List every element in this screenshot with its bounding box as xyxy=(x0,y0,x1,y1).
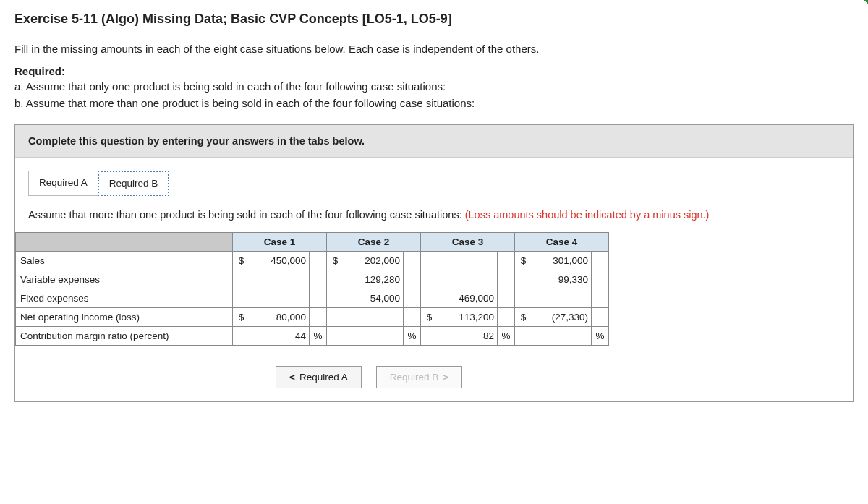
input-varexp-c3[interactable] xyxy=(438,270,498,289)
row-label-sales: Sales xyxy=(16,252,233,270)
input-sales-c2[interactable]: 202,000 xyxy=(344,252,404,270)
percent-symbol: % xyxy=(404,327,421,346)
currency-symbol xyxy=(421,289,438,308)
row-label-cmr: Contribution margin ratio (percent) xyxy=(16,327,233,346)
currency-symbol xyxy=(327,308,344,327)
unit-blank xyxy=(404,289,421,308)
unit-blank xyxy=(592,252,609,270)
unit-blank xyxy=(592,308,609,327)
unit-blank xyxy=(404,308,421,327)
unit-blank xyxy=(498,289,515,308)
required-a-text: a. Assume that only one product is being… xyxy=(14,79,854,95)
percent-symbol: % xyxy=(498,327,515,346)
input-cmr-c4[interactable] xyxy=(532,327,592,346)
input-varexp-c4[interactable]: 99,330 xyxy=(532,270,592,289)
table-row: Fixed expenses 54,000 469,000 xyxy=(16,289,609,308)
assume-text-main: Assume that more than one product is bei… xyxy=(28,209,465,221)
next-required-b-button[interactable]: Required B > xyxy=(376,366,462,388)
currency-symbol xyxy=(515,270,532,289)
unit-blank xyxy=(310,308,327,327)
currency-symbol xyxy=(421,252,438,270)
currency-symbol: $ xyxy=(421,308,438,327)
required-b-text: b. Assume that more than one product is … xyxy=(14,95,854,112)
chevron-right-icon: > xyxy=(443,372,448,383)
input-cmr-c1[interactable]: 44 xyxy=(250,327,310,346)
unit-blank xyxy=(404,252,421,270)
currency-symbol xyxy=(327,289,344,308)
unit-blank xyxy=(498,308,515,327)
unit-blank xyxy=(592,270,609,289)
input-noi-c3[interactable]: 113,200 xyxy=(438,308,498,327)
unit-blank xyxy=(404,270,421,289)
currency-symbol xyxy=(421,270,438,289)
input-cmr-c3[interactable]: 82 xyxy=(438,327,498,346)
input-noi-c4[interactable]: (27,330) xyxy=(532,308,592,327)
currency-symbol xyxy=(421,327,438,346)
table-row: Contribution margin ratio (percent) 44 %… xyxy=(16,327,609,346)
row-label-varexp: Variable expenses xyxy=(16,270,233,289)
percent-symbol: % xyxy=(310,327,327,346)
percent-symbol: % xyxy=(592,327,609,346)
currency-symbol xyxy=(233,289,250,308)
data-table: Case 1 Case 2 Case 3 Case 4 Sales $ 450,… xyxy=(15,232,609,346)
prev-label: Required A xyxy=(299,372,348,383)
data-table-wrap: Case 1 Case 2 Case 3 Case 4 Sales $ 450,… xyxy=(15,232,853,356)
unit-blank xyxy=(310,270,327,289)
input-varexp-c2[interactable]: 129,280 xyxy=(344,270,404,289)
table-row: Variable expenses 129,280 99,330 xyxy=(16,270,609,289)
input-fixed-c2[interactable]: 54,000 xyxy=(344,289,404,308)
currency-symbol xyxy=(515,327,532,346)
currency-symbol: $ xyxy=(515,252,532,270)
row-label-fixed: Fixed expenses xyxy=(16,289,233,308)
input-cmr-c2[interactable] xyxy=(344,327,404,346)
input-sales-c1[interactable]: 450,000 xyxy=(250,252,310,270)
row-label-noi: Net operating income (loss) xyxy=(16,308,233,327)
input-noi-c2[interactable] xyxy=(344,308,404,327)
input-sales-c4[interactable]: 301,000 xyxy=(532,252,592,270)
header-blank xyxy=(16,233,233,252)
currency-symbol: $ xyxy=(327,252,344,270)
currency-symbol xyxy=(233,327,250,346)
unit-blank xyxy=(310,289,327,308)
chevron-left-icon: < xyxy=(289,372,295,383)
loss-note: (Loss amounts should be indicated by a m… xyxy=(465,209,710,221)
input-fixed-c1[interactable] xyxy=(250,289,310,308)
tab-required-a[interactable]: Required A xyxy=(28,171,98,196)
table-row: Sales $ 450,000 $ 202,000 $ 301,000 xyxy=(16,252,609,270)
required-heading: Required: xyxy=(14,65,854,77)
currency-symbol xyxy=(327,270,344,289)
unit-blank xyxy=(498,270,515,289)
nav-row: < Required A Required B > xyxy=(276,356,853,401)
instruction-bar: Complete this question by entering your … xyxy=(15,125,853,158)
tabs-row: Required A Required B xyxy=(15,158,853,196)
currency-symbol: $ xyxy=(233,252,250,270)
unit-blank xyxy=(310,252,327,270)
table-row: Net operating income (loss) $ 80,000 $ 1… xyxy=(16,308,609,327)
header-case-2: Case 2 xyxy=(327,233,421,252)
header-case-4: Case 4 xyxy=(515,233,609,252)
assume-text: Assume that more than one product is bei… xyxy=(15,196,853,232)
currency-symbol: $ xyxy=(233,308,250,327)
next-label: Required B xyxy=(390,372,439,383)
currency-symbol xyxy=(515,289,532,308)
input-fixed-c3[interactable]: 469,000 xyxy=(438,289,498,308)
tab-required-b[interactable]: Required B xyxy=(98,171,170,196)
unit-blank xyxy=(592,289,609,308)
currency-symbol xyxy=(327,327,344,346)
answer-panel: Complete this question by entering your … xyxy=(14,124,854,402)
input-noi-c1[interactable]: 80,000 xyxy=(250,308,310,327)
header-case-1: Case 1 xyxy=(233,233,327,252)
page-title: Exercise 5-11 (Algo) Missing Data; Basic… xyxy=(14,12,854,27)
currency-symbol: $ xyxy=(515,308,532,327)
currency-symbol xyxy=(233,270,250,289)
input-sales-c3[interactable] xyxy=(438,252,498,270)
unit-blank xyxy=(498,252,515,270)
prev-required-a-button[interactable]: < Required A xyxy=(276,366,362,388)
input-fixed-c4[interactable] xyxy=(532,289,592,308)
intro-text: Fill in the missing amounts in each of t… xyxy=(14,43,854,55)
header-case-3: Case 3 xyxy=(421,233,515,252)
input-varexp-c1[interactable] xyxy=(250,270,310,289)
